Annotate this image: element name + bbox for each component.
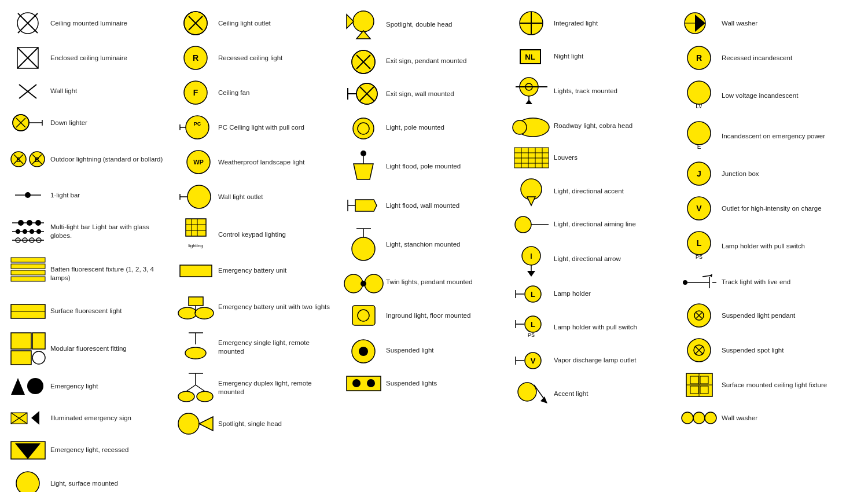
label-emergency-duplex: Emergency duplex light, remote mounted [216, 379, 334, 396]
symbol-twin-lights-pendant [343, 269, 384, 295]
item-louvers: Louvers [506, 142, 674, 174]
svg-text:L: L [531, 290, 535, 299]
label-light-pole-mounted: Light, pole mounted [384, 123, 444, 132]
label-light-directional-accent: Light, directional accent [551, 187, 624, 196]
svg-rect-40 [11, 270, 45, 275]
label-lamp-holder: Lamp holder [551, 289, 591, 298]
svg-line-93 [196, 385, 205, 391]
item-emergency-single: Emergency single light, remote mounted [171, 327, 339, 368]
svg-point-87 [185, 347, 206, 359]
item-outlet-high-intensity: V Outlet for high-intensity on charge [674, 191, 842, 226]
item-light-directional-accent: Light, directional accent [506, 174, 674, 208]
label-spotlight-double: Spotlight, double head [384, 20, 452, 29]
item-emergency-light: Emergency light [3, 370, 171, 402]
svg-rect-44 [11, 333, 31, 349]
svg-text:PC: PC [193, 121, 201, 127]
svg-point-213 [705, 412, 716, 424]
label-track-light-live: Track light with live end [719, 278, 790, 287]
svg-marker-97 [347, 14, 354, 28]
symbol-surface-ceiling-fixture [679, 370, 719, 399]
symbol-light-directional-arrow: I [511, 243, 551, 275]
symbol-ceiling-fan: F [175, 78, 216, 107]
symbol-night-light: NL [511, 45, 551, 68]
svg-rect-83 [189, 297, 203, 306]
svg-text:NL: NL [525, 53, 535, 61]
symbol-down-lighter [8, 113, 48, 133]
label-suspended-lights: Suspended lights [384, 379, 437, 388]
symbol-accent-light [511, 379, 551, 408]
svg-text:J: J [697, 169, 701, 178]
item-spotlight-single: Spotlight, single head [171, 408, 339, 440]
symbol-light-flood-wall [343, 191, 384, 220]
label-modular-fluorescent: Modular fluorescent fitting [48, 344, 127, 353]
svg-marker-157 [527, 271, 535, 277]
svg-text:V: V [696, 204, 702, 213]
symbol-spotlight-single [175, 411, 216, 437]
svg-point-31 [30, 229, 34, 234]
label-vapor-discharge: Vapor discharge lamp outlet [551, 356, 636, 365]
item-lights-track-mounted: Lights, track mounted [506, 72, 674, 110]
item-low-voltage-incandescent: LV Low voltage incandescent [674, 75, 842, 116]
item-roadway-cobra: Roadway light, cobra head [506, 110, 674, 142]
svg-point-128 [352, 379, 361, 387]
svg-point-120 [344, 274, 363, 293]
item-wall-light: Wall light [3, 75, 171, 107]
item-light-pole-mounted: Light, pole mounted [339, 110, 506, 145]
label-emergency-light: Emergency light [48, 382, 98, 391]
label-suspended-spot-light: Suspended spot light [719, 346, 784, 355]
item-light-directional-arrow: I Light, directional arrow [506, 240, 674, 278]
item-incandescent-emergency: E Incandescent on emergency power [674, 116, 842, 156]
item-light-surface-mounted: Light, surface mounted [3, 466, 171, 492]
label-lights-track-mounted: Lights, track mounted [551, 87, 617, 96]
svg-point-190 [683, 280, 687, 285]
svg-text:PS: PS [527, 332, 534, 338]
item-recessed-incandescent: R Recessed incandescent [674, 41, 842, 75]
svg-point-211 [682, 412, 693, 424]
symbol-one-light-bar [8, 185, 48, 205]
svg-rect-74 [186, 219, 206, 236]
symbol-emergency-light [8, 376, 48, 396]
item-accent-light: Accent light [506, 376, 674, 411]
symbol-suspended-spot-light [679, 336, 719, 365]
symbol-exit-sign-pendant [343, 46, 384, 75]
svg-point-126 [359, 347, 368, 356]
symbol-light-directional-accent [511, 177, 551, 205]
svg-text:PS: PS [695, 254, 702, 260]
symbol-batten-fluorescent [8, 255, 48, 292]
symbol-ceiling-light-outlet [175, 9, 216, 38]
item-night-light: NL Night light [506, 41, 674, 72]
svg-text:L: L [531, 320, 535, 329]
svg-marker-173 [540, 396, 547, 403]
svg-point-29 [16, 229, 20, 234]
svg-rect-80 [180, 265, 212, 277]
col-3: Spotlight, double head Exit sign, pendan… [339, 6, 506, 492]
svg-point-141 [513, 120, 527, 134]
svg-rect-127 [347, 376, 381, 391]
item-wall-washer: Wall washer [674, 6, 842, 41]
svg-marker-48 [11, 378, 25, 395]
symbol-integrated-light [511, 9, 551, 38]
symbol-lamp-holder-pull: L PS [511, 313, 551, 342]
item-recessed-ceiling-light: R Recessed ceiling light [171, 41, 339, 75]
symbol-ceiling-mounted-luminaire [8, 9, 48, 38]
item-emergency-duplex: Emergency duplex light, remote mounted [171, 368, 339, 408]
label-weatherproof-landscape: Weatherproof landscape light [216, 158, 304, 167]
svg-point-181 [687, 122, 711, 145]
label-exit-sign-pendant: Exit sign, pendant mounted [384, 57, 466, 65]
svg-point-90 [178, 391, 194, 402]
svg-point-49 [27, 378, 43, 394]
label-recessed-ceiling-light: Recessed ceiling light [216, 54, 282, 63]
item-modular-fluorescent: Modular fluorescent fitting [3, 327, 171, 370]
svg-text:E: E [697, 144, 701, 150]
symbol-emergency-duplex [175, 370, 216, 405]
item-lamp-holder-pull: L PS Lamp holder with pull switch [506, 310, 674, 344]
svg-rect-39 [11, 264, 45, 269]
item-pc-ceiling-light: PC PC Ceiling light with pull cord [171, 110, 339, 145]
label-pc-ceiling-light: PC Ceiling light with pull cord [216, 123, 304, 132]
item-emergency-light-recessed: Emergency light, recessed [3, 434, 171, 466]
item-multi-light-bar: Multi-light bar Light bar with glass glo… [3, 211, 171, 252]
svg-point-27 [35, 220, 41, 226]
symbol-emergency-light-recessed [8, 439, 48, 462]
item-ceiling-fan: F Ceiling fan [171, 75, 339, 110]
label-emergency-single: Emergency single light, remote mounted [216, 339, 334, 356]
